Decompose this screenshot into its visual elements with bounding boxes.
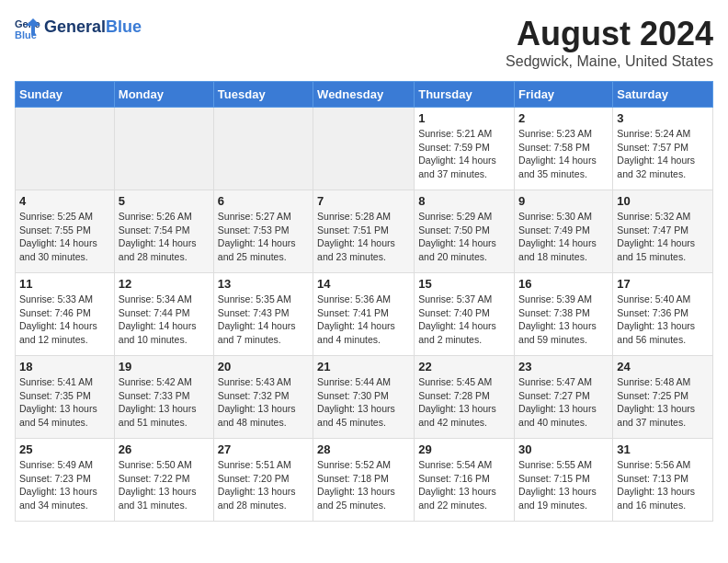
day-detail: Sunrise: 5:24 AMSunset: 7:57 PMDaylight:… — [617, 127, 709, 181]
week-row-5: 25Sunrise: 5:49 AMSunset: 7:23 PMDayligh… — [16, 439, 713, 522]
calendar-cell: 23Sunrise: 5:47 AMSunset: 7:27 PMDayligh… — [515, 356, 613, 439]
day-detail: Sunrise: 5:32 AMSunset: 7:47 PMDaylight:… — [617, 210, 709, 264]
day-detail: Sunrise: 5:29 AMSunset: 7:50 PMDaylight:… — [418, 210, 510, 264]
day-detail: Sunrise: 5:50 AMSunset: 7:22 PMDaylight:… — [119, 458, 210, 512]
weekday-header-monday: Monday — [114, 82, 213, 108]
day-detail: Sunrise: 5:39 AMSunset: 7:38 PMDaylight:… — [518, 293, 609, 347]
calendar-cell: 21Sunrise: 5:44 AMSunset: 7:30 PMDayligh… — [313, 356, 415, 439]
calendar-cell: 22Sunrise: 5:45 AMSunset: 7:28 PMDayligh… — [415, 356, 515, 439]
week-row-2: 4Sunrise: 5:25 AMSunset: 7:55 PMDaylight… — [16, 190, 713, 273]
calendar-cell — [313, 108, 415, 190]
calendar-cell: 29Sunrise: 5:54 AMSunset: 7:16 PMDayligh… — [415, 439, 515, 522]
day-detail: Sunrise: 5:54 AMSunset: 7:16 PMDaylight:… — [418, 458, 510, 512]
calendar-cell: 4Sunrise: 5:25 AMSunset: 7:55 PMDaylight… — [16, 190, 115, 273]
day-detail: Sunrise: 5:56 AMSunset: 7:13 PMDaylight:… — [617, 458, 709, 512]
calendar-cell: 2Sunrise: 5:23 AMSunset: 7:58 PMDaylight… — [515, 108, 613, 190]
calendar-cell: 20Sunrise: 5:43 AMSunset: 7:32 PMDayligh… — [213, 356, 313, 439]
weekday-header-thursday: Thursday — [415, 82, 515, 108]
day-number: 12 — [119, 277, 210, 291]
day-number: 28 — [317, 442, 410, 456]
calendar-cell — [114, 108, 213, 190]
day-detail: Sunrise: 5:35 AMSunset: 7:43 PMDaylight:… — [218, 293, 309, 347]
day-number: 22 — [418, 360, 510, 373]
calendar-cell: 8Sunrise: 5:29 AMSunset: 7:50 PMDaylight… — [415, 190, 515, 273]
day-number: 4 — [19, 194, 110, 208]
day-detail: Sunrise: 5:49 AMSunset: 7:23 PMDaylight:… — [19, 458, 110, 512]
weekday-header-wednesday: Wednesday — [313, 82, 415, 108]
day-detail: Sunrise: 5:33 AMSunset: 7:46 PMDaylight:… — [19, 293, 110, 347]
day-number: 8 — [418, 194, 510, 208]
day-number: 9 — [518, 194, 609, 208]
day-number: 1 — [418, 111, 510, 125]
calendar-cell — [213, 108, 313, 190]
day-detail: Sunrise: 5:45 AMSunset: 7:28 PMDaylight:… — [418, 375, 510, 430]
day-detail: Sunrise: 5:23 AMSunset: 7:58 PMDaylight:… — [518, 127, 609, 181]
calendar-cell: 13Sunrise: 5:35 AMSunset: 7:43 PMDayligh… — [213, 273, 313, 356]
day-number: 15 — [418, 277, 510, 291]
weekday-header-friday: Friday — [515, 82, 613, 108]
calendar-cell: 18Sunrise: 5:41 AMSunset: 7:35 PMDayligh… — [16, 356, 115, 439]
calendar-cell: 24Sunrise: 5:48 AMSunset: 7:25 PMDayligh… — [613, 356, 713, 439]
calendar-cell: 16Sunrise: 5:39 AMSunset: 7:38 PMDayligh… — [515, 273, 613, 356]
day-number: 21 — [317, 360, 410, 373]
weekday-header-saturday: Saturday — [613, 82, 713, 108]
day-number: 31 — [617, 442, 709, 456]
calendar-cell: 26Sunrise: 5:50 AMSunset: 7:22 PMDayligh… — [114, 439, 213, 522]
day-number: 24 — [617, 360, 709, 373]
calendar-cell: 7Sunrise: 5:28 AMSunset: 7:51 PMDaylight… — [313, 190, 415, 273]
day-detail: Sunrise: 5:30 AMSunset: 7:49 PMDaylight:… — [518, 210, 609, 264]
calendar-cell: 15Sunrise: 5:37 AMSunset: 7:40 PMDayligh… — [415, 273, 515, 356]
day-detail: Sunrise: 5:27 AMSunset: 7:53 PMDaylight:… — [218, 210, 309, 264]
calendar-cell: 12Sunrise: 5:34 AMSunset: 7:44 PMDayligh… — [114, 273, 213, 356]
day-detail: Sunrise: 5:26 AMSunset: 7:54 PMDaylight:… — [119, 210, 210, 264]
calendar-cell: 25Sunrise: 5:49 AMSunset: 7:23 PMDayligh… — [16, 439, 115, 522]
calendar-table: SundayMondayTuesdayWednesdayThursdayFrid… — [15, 81, 713, 522]
day-detail: Sunrise: 5:48 AMSunset: 7:25 PMDaylight:… — [617, 375, 709, 430]
page-header: General Blue GeneralBlue August 2024 Sed… — [15, 15, 713, 70]
day-detail: Sunrise: 5:52 AMSunset: 7:18 PMDaylight:… — [317, 458, 410, 512]
day-detail: Sunrise: 5:55 AMSunset: 7:15 PMDaylight:… — [518, 458, 609, 512]
day-number: 10 — [617, 194, 709, 208]
day-number: 16 — [518, 277, 609, 291]
day-number: 18 — [19, 360, 110, 373]
day-detail: Sunrise: 5:41 AMSunset: 7:35 PMDaylight:… — [19, 375, 110, 430]
day-number: 5 — [119, 194, 210, 208]
calendar-cell: 27Sunrise: 5:51 AMSunset: 7:20 PMDayligh… — [213, 439, 313, 522]
day-number: 25 — [19, 442, 110, 456]
day-number: 7 — [317, 194, 410, 208]
calendar-cell: 5Sunrise: 5:26 AMSunset: 7:54 PMDaylight… — [114, 190, 213, 273]
calendar-cell: 1Sunrise: 5:21 AMSunset: 7:59 PMDaylight… — [415, 108, 515, 190]
page-title: August 2024 — [506, 15, 713, 53]
calendar-cell: 30Sunrise: 5:55 AMSunset: 7:15 PMDayligh… — [515, 439, 613, 522]
day-detail: Sunrise: 5:34 AMSunset: 7:44 PMDaylight:… — [119, 293, 210, 347]
calendar-cell: 28Sunrise: 5:52 AMSunset: 7:18 PMDayligh… — [313, 439, 415, 522]
calendar-cell: 14Sunrise: 5:36 AMSunset: 7:41 PMDayligh… — [313, 273, 415, 356]
day-detail: Sunrise: 5:28 AMSunset: 7:51 PMDaylight:… — [317, 210, 410, 264]
calendar-cell — [16, 108, 115, 190]
day-detail: Sunrise: 5:25 AMSunset: 7:55 PMDaylight:… — [19, 210, 110, 264]
day-number: 19 — [119, 360, 210, 373]
day-number: 26 — [119, 442, 210, 456]
day-detail: Sunrise: 5:51 AMSunset: 7:20 PMDaylight:… — [218, 458, 309, 512]
weekday-header-tuesday: Tuesday — [213, 82, 313, 108]
calendar-cell: 11Sunrise: 5:33 AMSunset: 7:46 PMDayligh… — [16, 273, 115, 356]
day-number: 29 — [418, 442, 510, 456]
calendar-cell: 19Sunrise: 5:42 AMSunset: 7:33 PMDayligh… — [114, 356, 213, 439]
day-detail: Sunrise: 5:40 AMSunset: 7:36 PMDaylight:… — [617, 293, 709, 347]
day-detail: Sunrise: 5:21 AMSunset: 7:59 PMDaylight:… — [418, 127, 510, 181]
logo-name: GeneralBlue — [44, 18, 142, 37]
day-number: 3 — [617, 111, 709, 125]
calendar-cell: 31Sunrise: 5:56 AMSunset: 7:13 PMDayligh… — [613, 439, 713, 522]
day-detail: Sunrise: 5:42 AMSunset: 7:33 PMDaylight:… — [119, 375, 210, 430]
day-detail: Sunrise: 5:36 AMSunset: 7:41 PMDaylight:… — [317, 293, 410, 347]
calendar-header-row: SundayMondayTuesdayWednesdayThursdayFrid… — [16, 82, 713, 108]
week-row-3: 11Sunrise: 5:33 AMSunset: 7:46 PMDayligh… — [16, 273, 713, 356]
day-number: 2 — [518, 111, 609, 125]
day-detail: Sunrise: 5:43 AMSunset: 7:32 PMDaylight:… — [218, 375, 309, 430]
weekday-header-sunday: Sunday — [16, 82, 115, 108]
calendar-cell: 6Sunrise: 5:27 AMSunset: 7:53 PMDaylight… — [213, 190, 313, 273]
day-number: 23 — [518, 360, 609, 373]
day-number: 13 — [218, 277, 309, 291]
calendar-cell: 9Sunrise: 5:30 AMSunset: 7:49 PMDaylight… — [515, 190, 613, 273]
week-row-4: 18Sunrise: 5:41 AMSunset: 7:35 PMDayligh… — [16, 356, 713, 439]
